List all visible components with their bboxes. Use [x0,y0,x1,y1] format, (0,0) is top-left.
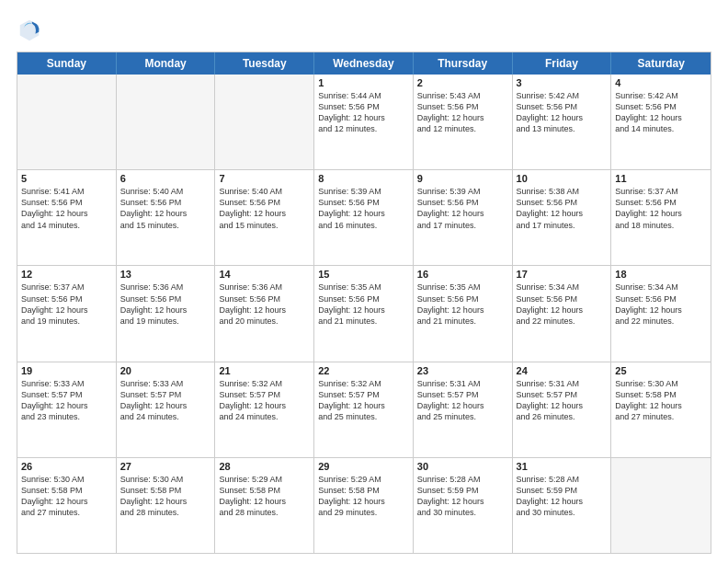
day-number: 26 [21,461,112,472]
calendar-cell [611,458,711,553]
calendar-row: 5Sunrise: 5:41 AM Sunset: 5:56 PM Daylig… [17,169,711,265]
weekday-header: Sunday [17,52,117,75]
calendar-cell [215,75,314,169]
calendar-cell: 5Sunrise: 5:41 AM Sunset: 5:56 PM Daylig… [17,170,117,265]
cell-info: Sunrise: 5:29 AM Sunset: 5:58 PM Dayligh… [219,474,310,519]
calendar-cell: 9Sunrise: 5:39 AM Sunset: 5:56 PM Daylig… [414,170,513,265]
calendar-cell: 6Sunrise: 5:40 AM Sunset: 5:56 PM Daylig… [117,170,216,265]
day-number: 6 [120,173,211,184]
day-number: 27 [120,461,211,472]
cell-info: Sunrise: 5:32 AM Sunset: 5:57 PM Dayligh… [219,378,310,423]
calendar-cell: 30Sunrise: 5:28 AM Sunset: 5:59 PM Dayli… [414,458,513,553]
calendar-cell: 28Sunrise: 5:29 AM Sunset: 5:58 PM Dayli… [215,458,314,553]
calendar-row: 19Sunrise: 5:33 AM Sunset: 5:57 PM Dayli… [17,362,711,457]
cell-info: Sunrise: 5:42 AM Sunset: 5:56 PM Dayligh… [615,90,707,135]
day-number: 8 [318,173,409,184]
cell-info: Sunrise: 5:34 AM Sunset: 5:56 PM Dayligh… [615,282,707,327]
cell-info: Sunrise: 5:36 AM Sunset: 5:56 PM Dayligh… [120,282,211,327]
page: SundayMondayTuesdayWednesdayThursdayFrid… [0,0,728,563]
logo [17,17,46,42]
cell-info: Sunrise: 5:40 AM Sunset: 5:56 PM Dayligh… [219,186,310,231]
cell-info: Sunrise: 5:30 AM Sunset: 5:58 PM Dayligh… [615,378,707,423]
weekday-header: Wednesday [314,52,414,75]
day-number: 21 [219,365,310,376]
day-number: 16 [417,269,508,280]
day-number: 30 [417,461,508,472]
calendar-cell: 7Sunrise: 5:40 AM Sunset: 5:56 PM Daylig… [215,170,314,265]
calendar-row: 1Sunrise: 5:44 AM Sunset: 5:56 PM Daylig… [17,75,711,169]
calendar-cell [117,75,216,169]
day-number: 14 [219,269,310,280]
cell-info: Sunrise: 5:42 AM Sunset: 5:56 PM Dayligh… [517,90,608,135]
cell-info: Sunrise: 5:28 AM Sunset: 5:59 PM Dayligh… [517,474,608,519]
day-number: 17 [517,269,608,280]
day-number: 25 [615,365,707,376]
day-number: 2 [417,77,508,88]
calendar-cell: 12Sunrise: 5:37 AM Sunset: 5:56 PM Dayli… [17,266,117,361]
calendar-cell: 8Sunrise: 5:39 AM Sunset: 5:56 PM Daylig… [314,170,414,265]
day-number: 31 [517,461,608,472]
calendar-cell: 20Sunrise: 5:33 AM Sunset: 5:57 PM Dayli… [117,362,216,457]
cell-info: Sunrise: 5:43 AM Sunset: 5:56 PM Dayligh… [417,90,508,135]
cell-info: Sunrise: 5:28 AM Sunset: 5:59 PM Dayligh… [417,474,508,519]
cell-info: Sunrise: 5:33 AM Sunset: 5:57 PM Dayligh… [120,378,211,423]
cell-info: Sunrise: 5:30 AM Sunset: 5:58 PM Dayligh… [120,474,211,519]
calendar-header: SundayMondayTuesdayWednesdayThursdayFrid… [17,52,711,75]
calendar-cell: 19Sunrise: 5:33 AM Sunset: 5:57 PM Dayli… [17,362,117,457]
cell-info: Sunrise: 5:35 AM Sunset: 5:56 PM Dayligh… [417,282,508,327]
cell-info: Sunrise: 5:39 AM Sunset: 5:56 PM Dayligh… [417,186,508,231]
calendar-body: 1Sunrise: 5:44 AM Sunset: 5:56 PM Daylig… [17,75,711,553]
day-number: 9 [417,173,508,184]
day-number: 24 [517,365,608,376]
day-number: 11 [615,173,707,184]
day-number: 5 [21,173,112,184]
day-number: 20 [120,365,211,376]
day-number: 18 [615,269,707,280]
calendar-cell: 11Sunrise: 5:37 AM Sunset: 5:56 PM Dayli… [611,170,711,265]
calendar-cell: 21Sunrise: 5:32 AM Sunset: 5:57 PM Dayli… [215,362,314,457]
weekday-header: Friday [513,52,612,75]
calendar-cell: 4Sunrise: 5:42 AM Sunset: 5:56 PM Daylig… [611,75,711,169]
calendar-cell: 16Sunrise: 5:35 AM Sunset: 5:56 PM Dayli… [414,266,513,361]
cell-info: Sunrise: 5:32 AM Sunset: 5:57 PM Dayligh… [318,378,409,423]
day-number: 19 [21,365,112,376]
calendar-cell: 27Sunrise: 5:30 AM Sunset: 5:58 PM Dayli… [117,458,216,553]
calendar: SundayMondayTuesdayWednesdayThursdayFrid… [17,52,711,554]
cell-info: Sunrise: 5:40 AM Sunset: 5:56 PM Dayligh… [120,186,211,231]
cell-info: Sunrise: 5:36 AM Sunset: 5:56 PM Dayligh… [219,282,310,327]
cell-info: Sunrise: 5:31 AM Sunset: 5:57 PM Dayligh… [417,378,508,423]
weekday-header: Saturday [611,52,711,75]
calendar-cell: 14Sunrise: 5:36 AM Sunset: 5:56 PM Dayli… [215,266,314,361]
day-number: 22 [318,365,409,376]
day-number: 1 [318,77,409,88]
day-number: 7 [219,173,310,184]
calendar-cell: 15Sunrise: 5:35 AM Sunset: 5:56 PM Dayli… [314,266,414,361]
weekday-header: Thursday [414,52,513,75]
calendar-cell: 26Sunrise: 5:30 AM Sunset: 5:58 PM Dayli… [17,458,117,553]
day-number: 28 [219,461,310,472]
calendar-cell: 3Sunrise: 5:42 AM Sunset: 5:56 PM Daylig… [513,75,612,169]
weekday-header: Monday [117,52,216,75]
calendar-row: 26Sunrise: 5:30 AM Sunset: 5:58 PM Dayli… [17,457,711,553]
cell-info: Sunrise: 5:33 AM Sunset: 5:57 PM Dayligh… [21,378,112,423]
cell-info: Sunrise: 5:35 AM Sunset: 5:56 PM Dayligh… [318,282,409,327]
cell-info: Sunrise: 5:30 AM Sunset: 5:58 PM Dayligh… [21,474,112,519]
calendar-cell: 2Sunrise: 5:43 AM Sunset: 5:56 PM Daylig… [414,75,513,169]
calendar-cell: 23Sunrise: 5:31 AM Sunset: 5:57 PM Dayli… [414,362,513,457]
cell-info: Sunrise: 5:39 AM Sunset: 5:56 PM Dayligh… [318,186,409,231]
day-number: 3 [517,77,608,88]
calendar-cell: 13Sunrise: 5:36 AM Sunset: 5:56 PM Dayli… [117,266,216,361]
calendar-cell [17,75,117,169]
cell-info: Sunrise: 5:44 AM Sunset: 5:56 PM Dayligh… [318,90,409,135]
day-number: 4 [615,77,707,88]
cell-info: Sunrise: 5:37 AM Sunset: 5:56 PM Dayligh… [615,186,707,231]
calendar-cell: 31Sunrise: 5:28 AM Sunset: 5:59 PM Dayli… [513,458,612,553]
calendar-row: 12Sunrise: 5:37 AM Sunset: 5:56 PM Dayli… [17,265,711,361]
calendar-cell: 22Sunrise: 5:32 AM Sunset: 5:57 PM Dayli… [314,362,414,457]
calendar-cell: 25Sunrise: 5:30 AM Sunset: 5:58 PM Dayli… [611,362,711,457]
header [17,17,711,42]
cell-info: Sunrise: 5:29 AM Sunset: 5:58 PM Dayligh… [318,474,409,519]
day-number: 12 [21,269,112,280]
day-number: 23 [417,365,508,376]
day-number: 10 [517,173,608,184]
